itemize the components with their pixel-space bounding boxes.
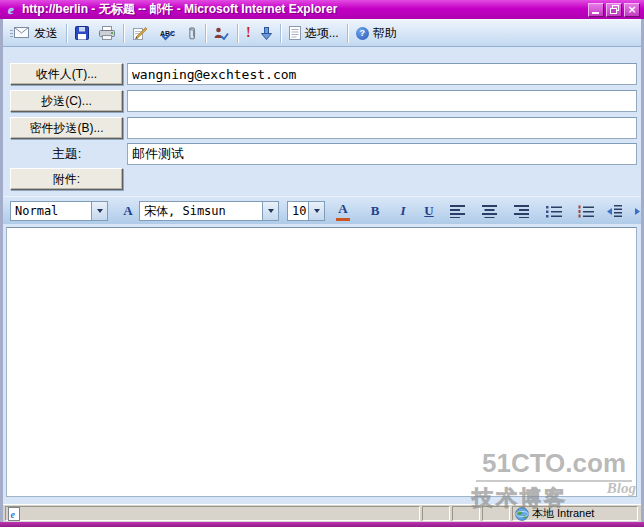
importance-low-arrow-icon bbox=[261, 27, 272, 40]
align-right-button[interactable] bbox=[508, 201, 536, 221]
toolbar-separator bbox=[280, 24, 281, 43]
bullet-list-button[interactable] bbox=[540, 201, 568, 221]
decrease-indent-button[interactable] bbox=[601, 201, 627, 221]
toolbar-separator bbox=[205, 24, 206, 43]
minimize-button[interactable] bbox=[588, 3, 604, 17]
signature-pen-icon bbox=[132, 26, 148, 40]
toolbar-separator bbox=[123, 24, 124, 43]
align-left-button[interactable] bbox=[444, 201, 472, 221]
decrease-indent-icon bbox=[606, 205, 622, 218]
toolbar-separator bbox=[237, 24, 238, 43]
check-names-button[interactable] bbox=[209, 22, 234, 45]
window-border-left bbox=[0, 19, 3, 522]
options-button[interactable]: 选项... bbox=[284, 22, 344, 45]
dropdown-arrow-icon bbox=[262, 202, 278, 220]
dropdown-arrow-icon bbox=[91, 202, 107, 220]
to-input[interactable] bbox=[127, 63, 637, 85]
bold-icon: B bbox=[371, 203, 380, 219]
font-size-select[interactable]: 10 bbox=[287, 201, 325, 221]
subject-input[interactable] bbox=[127, 143, 637, 165]
bcc-input[interactable] bbox=[127, 117, 637, 139]
status-bar: e 本地 Intranet bbox=[3, 504, 641, 522]
attach-file-button[interactable] bbox=[182, 22, 202, 45]
intranet-globe-icon bbox=[515, 507, 529, 521]
help-icon: ? bbox=[356, 27, 369, 40]
font-color-icon: A bbox=[338, 201, 347, 217]
browser-window: e http://berlin - 无标题 -- 邮件 - Microsoft … bbox=[0, 0, 644, 527]
security-zone-label: 本地 Intranet bbox=[532, 506, 594, 521]
spellcheck-abc-icon: ABC bbox=[158, 25, 177, 41]
paragraph-style-value: Normal bbox=[15, 204, 58, 218]
align-left-icon bbox=[450, 205, 466, 218]
align-center-icon bbox=[482, 205, 498, 218]
spellcheck-button[interactable]: ABC bbox=[153, 22, 182, 45]
cc-input[interactable] bbox=[127, 90, 637, 112]
toolbar-separator bbox=[347, 24, 348, 43]
font-family-value: 宋体, Simsun bbox=[144, 203, 226, 220]
italic-button[interactable]: I bbox=[391, 201, 415, 221]
numbered-list-button[interactable] bbox=[572, 201, 600, 221]
cc-button[interactable]: 抄送(C)... bbox=[10, 90, 123, 112]
importance-low-button[interactable] bbox=[256, 22, 277, 45]
close-icon: × bbox=[627, 5, 636, 15]
send-button[interactable]: 发送 bbox=[5, 22, 63, 45]
paragraph-style-select[interactable]: Normal bbox=[10, 201, 108, 221]
attachment-button[interactable]: 附件: bbox=[10, 168, 123, 190]
check-names-person-icon bbox=[214, 27, 229, 40]
bcc-button[interactable]: 密件抄送(B)... bbox=[10, 117, 123, 139]
main-toolbar: 发送 bbox=[3, 19, 641, 47]
restore-icon bbox=[610, 5, 619, 14]
font-size-value: 10 bbox=[292, 204, 306, 218]
window-border-bottom bbox=[0, 522, 644, 527]
status-pane bbox=[452, 506, 480, 521]
font-picker-button[interactable]: A bbox=[119, 201, 137, 221]
italic-icon: I bbox=[400, 203, 405, 219]
options-document-icon bbox=[289, 26, 301, 40]
signature-button[interactable] bbox=[127, 22, 153, 45]
bold-button[interactable]: B bbox=[363, 201, 387, 221]
message-body[interactable] bbox=[6, 227, 637, 497]
font-color-swatch bbox=[336, 218, 350, 221]
save-floppy-icon bbox=[75, 26, 89, 40]
to-button[interactable]: 收件人(T)... bbox=[10, 63, 123, 85]
status-pane bbox=[422, 506, 450, 521]
options-label: 选项... bbox=[305, 25, 339, 42]
underline-icon: U bbox=[424, 203, 433, 219]
status-message-pane: e bbox=[5, 506, 420, 521]
save-button[interactable] bbox=[70, 22, 94, 45]
bullet-list-icon bbox=[546, 205, 562, 218]
help-button[interactable]: ? 帮助 bbox=[351, 22, 402, 45]
align-center-button[interactable] bbox=[476, 201, 504, 221]
status-zone-pane: 本地 Intranet bbox=[512, 506, 638, 521]
font-family-select[interactable]: 宋体, Simsun bbox=[139, 201, 279, 221]
title-bar: e http://berlin - 无标题 -- 邮件 - Microsoft … bbox=[0, 0, 644, 19]
importance-high-icon: ! bbox=[246, 25, 251, 41]
underline-button[interactable]: U bbox=[416, 201, 442, 221]
status-pane bbox=[482, 506, 510, 521]
send-label: 发送 bbox=[34, 25, 58, 42]
help-label: 帮助 bbox=[373, 25, 397, 42]
svg-text:e: e bbox=[11, 509, 16, 520]
paperclip-icon bbox=[187, 26, 197, 41]
toolbar-separator bbox=[66, 24, 67, 43]
page-ie-icon: e bbox=[8, 507, 20, 521]
dropdown-arrow-icon bbox=[308, 202, 324, 220]
restore-button[interactable] bbox=[606, 3, 622, 17]
minimize-icon bbox=[592, 5, 600, 14]
subject-label: 主题: bbox=[10, 143, 123, 165]
window-title: http://berlin - 无标题 -- 邮件 - Microsoft In… bbox=[22, 1, 586, 18]
close-button[interactable]: × bbox=[624, 3, 640, 17]
ie-logo-icon: e bbox=[4, 3, 18, 17]
font-color-button[interactable]: A bbox=[331, 201, 355, 221]
print-button[interactable] bbox=[94, 22, 120, 45]
align-right-icon bbox=[514, 205, 530, 218]
formatting-toolbar: Normal A 宋体, Simsun 10 A B I U bbox=[3, 196, 641, 224]
importance-high-button[interactable]: ! bbox=[241, 22, 256, 45]
printer-icon bbox=[99, 26, 115, 40]
numbered-list-icon bbox=[578, 205, 594, 218]
send-envelope-icon bbox=[10, 27, 30, 39]
